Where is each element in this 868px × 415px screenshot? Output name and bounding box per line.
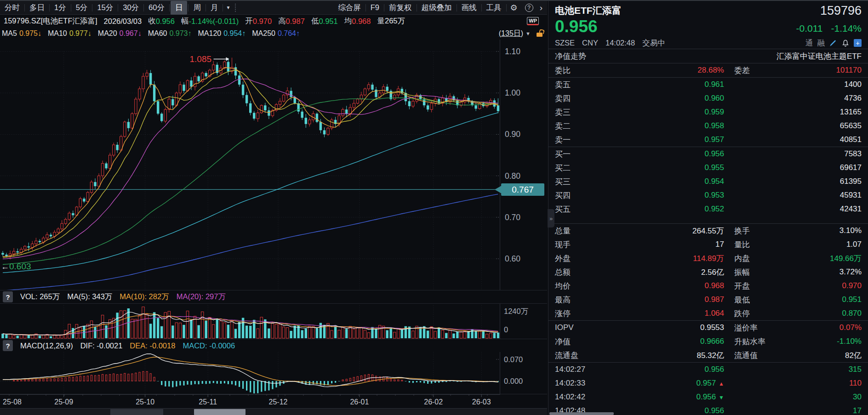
- time-axis: 25-0825-0925-1025-1125-1226-0126-0226-03: [0, 394, 547, 408]
- tool-button-2[interactable]: 前复权: [384, 1, 417, 15]
- svg-text:25-08: 25-08: [3, 398, 22, 406]
- weicha-label: 委差: [734, 65, 750, 76]
- ma-item: MA100.977↓: [48, 29, 91, 38]
- volume-chart[interactable]: 1240万0: [0, 303, 547, 339]
- bid-row[interactable]: 买一0.956 7583: [548, 147, 868, 161]
- svg-text:1.00: 1.00: [505, 88, 520, 97]
- bid-row[interactable]: 买二0.955 69617: [548, 161, 868, 175]
- tab-period-5[interactable]: 30分: [118, 1, 143, 15]
- tab-period-4[interactable]: 15分: [92, 1, 118, 15]
- security-code: 159796: [820, 5, 862, 17]
- trading-status: 交易中: [642, 38, 665, 48]
- fund-stats-block: IOPV0.9553 溢价率0.07% 净值0.9666 升贴水率-1.10% …: [548, 321, 868, 362]
- range-selector[interactable]: (135日) ▼: [499, 29, 542, 39]
- svg-text:0.70: 0.70: [505, 213, 520, 222]
- indicator-value: MACD: -0.0006: [183, 341, 235, 350]
- indicator-value: MA(5): 343万: [67, 292, 112, 302]
- help-icon[interactable]: ?: [3, 291, 13, 302]
- svg-text:1.085: 1.085: [190, 54, 212, 64]
- ask-row[interactable]: 卖一0.957 40851: [548, 133, 868, 147]
- candlestick-chart[interactable]: 1.101.000.900.800.700.60 0.7671.085 ←0.6…: [0, 40, 547, 290]
- trading-terminal: 分时多日1分5分15分30分60分日周月▼综合屏F9前复权超级叠加画线工具⚙?›…: [0, 0, 868, 415]
- weibi-value: 28.68%: [697, 66, 724, 75]
- svg-text:0.767: 0.767: [512, 185, 534, 194]
- panel-collapse-button[interactable]: »: [548, 209, 554, 227]
- svg-text:0.603: 0.603: [9, 262, 31, 271]
- scrollbar-segment[interactable]: [110, 409, 163, 415]
- indicator-value: DEA: -0.0018: [130, 341, 175, 350]
- tool-button-4[interactable]: 画线: [457, 1, 481, 15]
- quote-fields: 收0.956幅-1.14%(-0.011)开0.970高0.987低0.951均…: [148, 16, 405, 26]
- symbol-code: 159796.SZ[电池ETF汇添富]: [4, 16, 97, 26]
- stat-row: 涨停1.064 跌停0.870: [548, 307, 868, 320]
- stat-row: 净值0.9666 升贴水率-1.10%: [548, 335, 868, 348]
- margin-tag-rong: 融: [817, 38, 825, 48]
- help-icon[interactable]: ?: [525, 4, 533, 12]
- quote-field: 均0.968: [344, 16, 371, 26]
- svg-text:1.10: 1.10: [505, 47, 520, 56]
- quote-field: 低0.951: [311, 16, 338, 26]
- tab-period-0[interactable]: 分时: [0, 1, 24, 15]
- gear-icon[interactable]: ⚙: [507, 3, 521, 13]
- fund-full-name: 汇添富中证电池主题ETF: [777, 51, 862, 62]
- weibi-label: 委比: [555, 65, 571, 76]
- scrollbar-thumb[interactable]: [194, 409, 246, 415]
- margin-tag-tong: 通: [805, 38, 813, 48]
- quote-field: 高0.987: [278, 16, 305, 26]
- ask-row[interactable]: 卖三0.959 13165: [548, 105, 868, 119]
- tool-button-0[interactable]: 综合屏: [333, 1, 365, 15]
- ma-indicator-row: MA50.975↓MA100.977↓MA200.967↓MA600.973↑M…: [0, 28, 547, 40]
- ask-row[interactable]: 卖二0.958 65635: [548, 119, 868, 133]
- add-to-watchlist-icon[interactable]: +: [854, 39, 862, 47]
- wp-badge[interactable]: WP: [527, 17, 539, 25]
- macd-chart[interactable]: 0.0700.000: [0, 352, 547, 394]
- tool-button-1[interactable]: F9: [366, 1, 384, 15]
- tab-period-6[interactable]: 60分: [144, 1, 169, 15]
- quote-field: 收0.956: [148, 16, 175, 26]
- svg-text:0.070: 0.070: [504, 355, 523, 364]
- currency-label: CNY: [582, 39, 598, 47]
- edit-pencil-icon[interactable]: [829, 39, 837, 47]
- tab-period-3[interactable]: 5分: [71, 1, 92, 15]
- bid-row[interactable]: 买三0.954 61395: [548, 175, 868, 188]
- tool-button-5[interactable]: 工具: [482, 1, 506, 15]
- tab-period-9[interactable]: 月: [206, 1, 223, 15]
- tab-period-1[interactable]: 多日: [25, 1, 49, 15]
- tab-period-7[interactable]: 日: [171, 1, 188, 15]
- tick-row: 14:02:330.957▲ 110: [548, 376, 868, 390]
- tab-period-2[interactable]: 1分: [50, 1, 71, 15]
- chevron-right-icon[interactable]: ›: [537, 3, 547, 13]
- indicator-value: DIF: -0.0021: [80, 341, 123, 350]
- chart-scrollbar[interactable]: [0, 408, 547, 415]
- ask-row[interactable]: 卖四0.960 4736: [548, 91, 868, 105]
- chevron-down-icon[interactable]: ▼: [223, 5, 233, 10]
- tool-button-3[interactable]: 超级叠加: [417, 1, 457, 15]
- svg-text:26-02: 26-02: [424, 398, 443, 406]
- tab-nav-trend[interactable]: 净值走势: [555, 51, 586, 62]
- stats-block: 总量264.55万 换手3.10% 现手17 量比1.07 外盘114.89万 …: [548, 224, 868, 320]
- quote-field: 量265万: [377, 16, 405, 26]
- svg-text:25-11: 25-11: [199, 398, 217, 406]
- bid-row[interactable]: 买四0.953 45931: [548, 188, 868, 202]
- volume-header: ? VOL: 265万MA(5): 343万MA(10): 282万MA(20)…: [0, 290, 499, 303]
- stat-row: 总额2.56亿 振幅3.72%: [548, 265, 868, 279]
- weicha-value: 101170: [836, 66, 862, 75]
- svg-text:25-09: 25-09: [54, 398, 73, 406]
- unlock-icon[interactable]: [537, 33, 542, 37]
- ma-item: MA50.975↓: [2, 29, 41, 38]
- bid-row[interactable]: 买五0.952 42431: [548, 202, 868, 216]
- ask-row[interactable]: 卖五0.961 1400: [548, 78, 868, 91]
- tab-period-8[interactable]: 周: [188, 1, 206, 15]
- alert-bell-icon[interactable]: [841, 39, 850, 47]
- range-label[interactable]: (135日): [499, 29, 523, 39]
- stat-row: 流通盘85.32亿 流通值82亿: [548, 348, 868, 362]
- tick-scrollbar[interactable]: [549, 412, 614, 415]
- ask-levels: 卖五0.961 1400 卖四0.960 4736 卖三0.959 13165 …: [548, 78, 868, 147]
- quote-panel: » 电池ETF汇添富 159796 0.956 -0.011 -1.14% SZ…: [548, 1, 868, 415]
- help-icon[interactable]: ?: [3, 340, 13, 351]
- last-price: 0.956: [555, 17, 598, 36]
- svg-text:1240万: 1240万: [504, 307, 528, 315]
- svg-text:0.90: 0.90: [505, 130, 520, 139]
- chevron-down-icon[interactable]: ▼: [525, 31, 531, 36]
- svg-text:25-12: 25-12: [269, 398, 288, 406]
